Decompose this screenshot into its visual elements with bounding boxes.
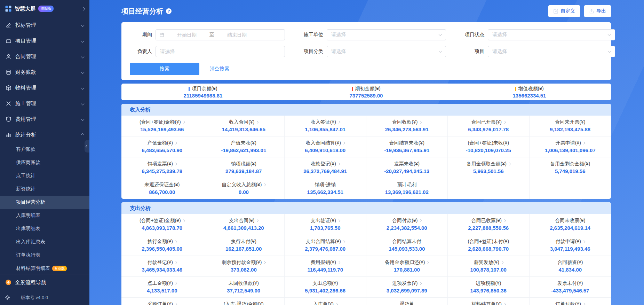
stat-cell[interactable]: 点工金额(¥)4,133,517.00	[121, 277, 203, 298]
sidebar-collapse-handle[interactable]	[85, 140, 89, 152]
stat-cell[interactable]: 剩余预付款金额(¥)373,082.00	[203, 256, 285, 277]
stat-cell[interactable]: 支出合同结算(¥)2,379,476,087.00	[285, 235, 366, 256]
sidebar-subitem-salary-stats[interactable]: 薪资统计	[0, 182, 89, 196]
construction-unit-select[interactable]: 请选择	[327, 29, 446, 40]
help-icon[interactable]: ?	[166, 8, 172, 14]
owner-input[interactable]	[156, 46, 285, 57]
stat-grid: (合同+签证)金额(¥)15,526,169,493.66收入合同(¥)14,4…	[121, 116, 611, 199]
sidebar-subitem-inout-summary[interactable]: 出入库汇总表	[0, 235, 89, 249]
stat-cell[interactable]: 开票申请(¥)1,006,139,401,096.07	[530, 136, 611, 157]
app-logo[interactable]: 智慧大屏 旗舰版	[0, 0, 89, 17]
project-label: 项目	[456, 48, 484, 55]
stat-cell[interactable]: 付款登记(¥)3,465,934,033.46	[121, 256, 203, 277]
stat-cell[interactable]: (合同+签证)金额(¥)4,863,093,178.70	[121, 214, 203, 235]
stat-cell[interactable]: 产值金额(¥)6,483,656,570.90	[121, 136, 203, 157]
export-button[interactable]: 导出	[584, 5, 611, 17]
stat-cell[interactable]: 合同付款(¥)2,234,382,554.00	[366, 214, 448, 235]
sidebar-subitem-supplier-accounts[interactable]: 供应商账款	[0, 156, 89, 169]
stat-cell[interactable]: 收款登记(¥)26,372,769,484.91	[285, 157, 366, 178]
stat-cell[interactable]: 支出签证(¥)1,783,765.50	[285, 214, 366, 235]
sidebar-item-project[interactable]: 项目管理	[0, 33, 89, 49]
summary-label: 增值税额(¥)	[518, 86, 543, 92]
date-range-picker[interactable]: 至	[156, 29, 285, 40]
project-icon	[6, 38, 11, 44]
drilldown-arrow-icon	[182, 219, 185, 222]
sidebar-subitem-customer-accounts[interactable]: 客户账款	[0, 143, 89, 156]
stat-cell[interactable]: 费用报销(¥)116,449,119.70	[285, 256, 366, 277]
stat-cell[interactable]: (合同+签证)金额(¥)15,526,169,493.66	[121, 116, 203, 136]
stat-label: 费用报销(¥)	[286, 259, 365, 266]
sidebar-item-stats[interactable]: 统计分析	[0, 127, 89, 143]
stat-cell[interactable]: 支出合同(¥)4,861,309,413.20	[203, 214, 285, 235]
project-category-select[interactable]: 请选择	[327, 46, 446, 57]
sidebar-item-expense[interactable]: 费用管理	[0, 111, 89, 127]
sidebar-item-bid[interactable]: 投标管理	[0, 17, 89, 33]
stat-value: -19,936,367,945.91	[368, 147, 446, 154]
stat-cell[interactable]: 自定义收入总额(¥)0.00	[203, 178, 285, 199]
sidebar-subitem-project-analysis[interactable]: 项目经营分析	[0, 196, 89, 209]
chevron-down-icon	[81, 102, 85, 105]
summary-value: 21185949988.81	[184, 93, 223, 99]
page-header: 项目经营分析 ? 自定义 导出	[121, 0, 611, 22]
end-date-input[interactable]	[216, 32, 258, 38]
search-button[interactable]: 搜索	[130, 63, 199, 75]
sidebar-subitem-outbound-detail[interactable]: 出库明细表	[0, 222, 89, 235]
stat-cell: 进项税额(¥)143,976,850.36	[448, 277, 530, 298]
stat-cell: 合同未开票(¥)9,182,193,475.88	[530, 116, 611, 136]
drilldown-arrow-icon	[503, 121, 506, 124]
stat-cell[interactable]: 销项发票(¥)6,345,275,239.78	[121, 157, 203, 178]
stat-cell[interactable]: 材料结算单(¥)1,798,431,995.00	[448, 298, 530, 305]
stat-cell: 执行未付(¥)162,167,851.00	[203, 235, 285, 256]
sections-container: 收入分析(合同+签证)金额(¥)15,526,169,493.66收入合同(¥)…	[121, 104, 611, 305]
stat-label: 入库单(¥)	[286, 300, 365, 305]
menu-label: 财务账款	[15, 69, 36, 76]
sidebar-subitem-labor-stats[interactable]: 点工统计	[0, 169, 89, 182]
sidebar-submenu: 客户账款供应商账款点工统计薪资统计项目经营分析入库明细表出库明细表出入库汇总表订…	[0, 143, 89, 274]
menu-label: 物料管理	[15, 85, 36, 91]
stat-cell[interactable]: 备用金领取金额(¥)5,963,501.56	[448, 157, 530, 178]
sidebar-item-process-navigation[interactable]: 全景流程导航	[0, 274, 89, 290]
sidebar-item-finance[interactable]: 财务账款	[0, 64, 89, 80]
stat-cell[interactable]: 进项发票(¥)3,032,699,097.89	[366, 277, 448, 298]
date-separator: 至	[209, 32, 214, 38]
stat-cell: (入库-退货)金额(¥)2,596,980,061.46	[203, 298, 285, 305]
customize-button[interactable]: 自定义	[548, 5, 580, 17]
stat-cell[interactable]: 执行金额(¥)2,396,550,405.00	[121, 235, 203, 256]
summary-item: 增值税额(¥)135662334.51	[448, 86, 611, 99]
sidebar-item-construction[interactable]: 施工管理	[0, 96, 89, 111]
section-income: 收入分析(合同+签证)金额(¥)15,526,169,493.66收入合同(¥)…	[121, 104, 611, 199]
stat-cell[interactable]: 收入合同(¥)14,419,313,646.65	[203, 116, 285, 136]
stat-value: 1,006,139,401,096.07	[531, 147, 610, 154]
gear-icon[interactable]	[5, 295, 10, 300]
project-status-select[interactable]: 请选择	[488, 29, 615, 40]
stat-label: 收款登记(¥)	[286, 160, 365, 167]
stat-cell[interactable]: 付款申请(¥)3,047,119,493.46	[530, 235, 611, 256]
summary-item: 期初金额(¥)737752589.00	[285, 86, 448, 99]
sidebar-subitem-order-execution[interactable]: 订单执行表	[0, 249, 89, 262]
stat-cell[interactable]: 备用金余额归还(¥)170,881.00	[366, 256, 448, 277]
stat-value: 0.00	[205, 188, 283, 196]
stat-value: 143,976,850.36	[449, 287, 528, 295]
stat-cell[interactable]: 采购订单(¥)1,050,117,025.63	[121, 298, 203, 305]
stat-cell[interactable]: 合同收款(¥)26,346,278,563.91	[366, 116, 448, 136]
start-date-input[interactable]	[166, 32, 208, 38]
drilldown-arrow-icon	[174, 261, 177, 264]
stat-cell[interactable]: 订单付款(¥)802,665,747.46	[530, 298, 611, 305]
sidebar-subitem-material-settlement[interactable]: 材料结算明细表专业版	[0, 262, 89, 274]
clear-search-link[interactable]: 清空搜索	[210, 66, 229, 72]
stat-label: (合同+签证)金额(¥)	[123, 217, 201, 224]
sidebar-subitem-inbound-detail[interactable]: 入库明细表	[0, 209, 89, 222]
stat-cell[interactable]: 收入签证(¥)1,106,855,847.01	[285, 116, 366, 136]
stat-label: 合同结算未收(¥)	[368, 139, 446, 146]
stat-cell[interactable]: 收入合同结算(¥)6,409,910,618.00	[285, 136, 366, 157]
stat-value: 1,106,855,847.01	[286, 126, 365, 133]
sidebar-item-material[interactable]: 物料管理	[0, 80, 89, 96]
stat-cell[interactable]: 薪资发放(¥)100,878,107.00	[448, 256, 530, 277]
drilldown-arrow-icon	[182, 121, 185, 124]
stat-cell[interactable]: 合同已开票(¥)6,343,976,017.78	[448, 116, 530, 136]
sidebar-item-contract[interactable]: 合同管理	[0, 49, 89, 64]
stat-cell: 合同结算未收(¥)-19,936,367,945.91	[366, 136, 448, 157]
stat-cell[interactable]: 合同已收票(¥)2,227,888,559.56	[448, 214, 530, 235]
stat-cell[interactable]: 入库单(¥)2,657,339,761.46	[285, 298, 366, 305]
project-select[interactable]: 请选择	[488, 46, 615, 57]
